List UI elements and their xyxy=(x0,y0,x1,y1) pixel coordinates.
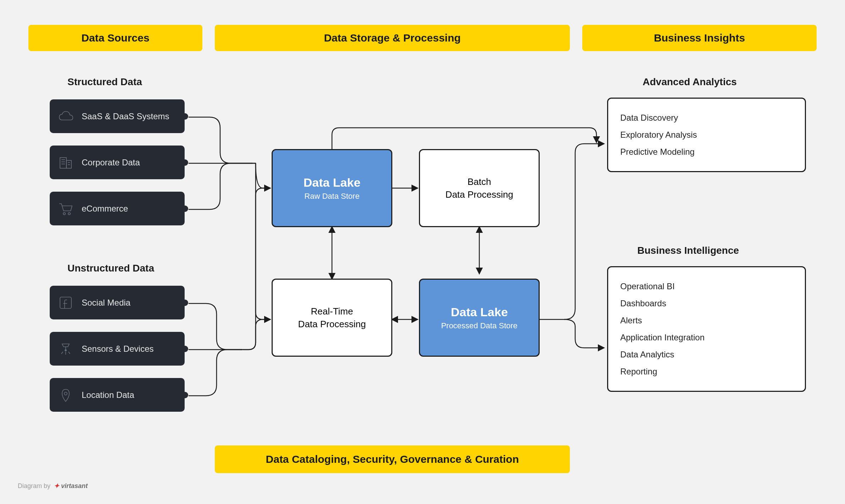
banner-data-sources: Data Sources xyxy=(28,25,202,51)
heading-structured-data: Structured Data xyxy=(67,76,142,88)
insight-item: Predictive Modeling xyxy=(620,143,793,160)
box-subtitle: Processed Data Store xyxy=(441,321,517,330)
attribution-brand: ✦ virtasant xyxy=(54,482,88,490)
cart-icon xyxy=(50,200,82,217)
banner-business-insights: Business Insights xyxy=(582,25,817,51)
box-text: BatchData Processing xyxy=(446,175,513,201)
banner-storage-processing: Data Storage & Processing xyxy=(215,25,570,51)
source-ecommerce: eCommerce xyxy=(50,192,185,225)
box-processed-data-lake: Data Lake Processed Data Store xyxy=(419,279,540,357)
svg-point-7 xyxy=(63,213,65,215)
box-subtitle: Raw Data Store xyxy=(304,192,359,201)
box-realtime-processing: Real-TimeData Processing xyxy=(272,279,392,357)
facebook-icon xyxy=(50,294,82,311)
svg-line-14 xyxy=(69,352,70,354)
insight-item: Operational BI xyxy=(620,278,793,295)
svg-rect-0 xyxy=(60,158,66,168)
source-label: Sensors & Devices xyxy=(82,343,185,354)
building-icon xyxy=(50,154,82,171)
box-text: Real-TimeData Processing xyxy=(298,305,366,331)
cloud-icon xyxy=(50,108,82,125)
insight-item: Data Analytics xyxy=(620,346,793,363)
insight-item: Application Integration xyxy=(620,329,793,346)
source-sensors: Sensors & Devices xyxy=(50,332,185,366)
source-saas: SaaS & DaaS Systems xyxy=(50,99,185,133)
svg-point-8 xyxy=(68,213,70,215)
connector-nub xyxy=(182,206,188,212)
insight-item: Data Discovery xyxy=(620,109,793,126)
heading-business-intelligence: Business Intelligence xyxy=(637,245,739,256)
insight-item: Alerts xyxy=(620,312,793,329)
svg-line-12 xyxy=(61,352,63,354)
connector-nub xyxy=(182,300,188,306)
source-label: SaaS & DaaS Systems xyxy=(82,111,185,122)
attribution: Diagram by ✦ virtasant xyxy=(18,482,88,490)
source-location: Location Data xyxy=(50,378,185,412)
connector-nub xyxy=(182,346,188,352)
heading-unstructured-data: Unstructured Data xyxy=(67,263,154,274)
source-label: eCommerce xyxy=(82,203,185,214)
sensor-icon xyxy=(50,340,82,357)
connector-nub xyxy=(182,392,188,398)
banner-governance: Data Cataloging, Security, Governance & … xyxy=(215,445,570,473)
insight-item: Exploratory Analysis xyxy=(620,126,793,143)
connector-nub xyxy=(182,113,188,120)
source-label: Corporate Data xyxy=(82,157,185,168)
source-social: Social Media xyxy=(50,286,185,319)
heading-advanced-analytics: Advanced Analytics xyxy=(643,76,737,88)
box-batch-processing: BatchData Processing xyxy=(419,149,540,227)
box-title: Data Lake xyxy=(451,305,508,319)
box-business-intelligence: Operational BI Dashboards Alerts Applica… xyxy=(607,266,806,392)
box-raw-data-lake: Data Lake Raw Data Store xyxy=(272,149,392,227)
attribution-prefix: Diagram by xyxy=(18,482,50,490)
svg-rect-1 xyxy=(66,160,71,168)
diagram-canvas: Data Sources Data Storage & Processing B… xyxy=(0,0,845,504)
box-title: Data Lake xyxy=(304,176,361,190)
pin-icon xyxy=(50,387,82,404)
insight-item: Reporting xyxy=(620,363,793,380)
source-corporate: Corporate Data xyxy=(50,146,185,179)
svg-point-15 xyxy=(64,392,67,395)
insight-item: Dashboards xyxy=(620,295,793,312)
svg-point-11 xyxy=(65,350,66,351)
connector-nub xyxy=(182,159,188,166)
box-advanced-analytics: Data Discovery Exploratory Analysis Pred… xyxy=(607,98,806,172)
svg-rect-9 xyxy=(60,297,71,308)
source-label: Social Media xyxy=(82,297,185,308)
source-label: Location Data xyxy=(82,389,185,400)
